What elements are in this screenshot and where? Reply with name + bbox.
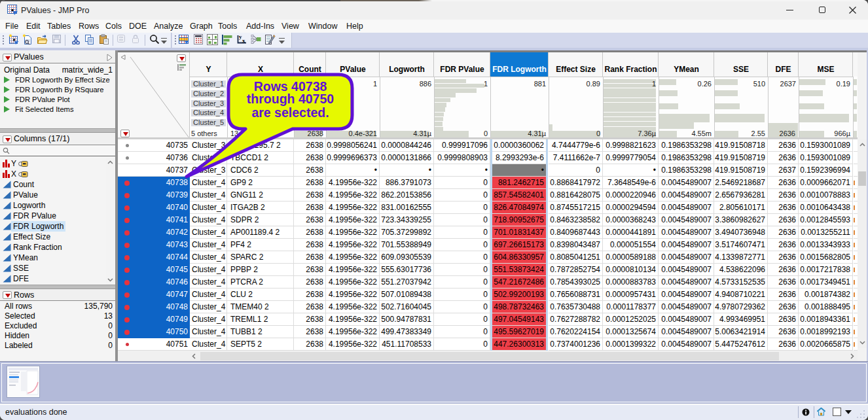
- svg-text:are selected.: are selected.: [251, 105, 329, 120]
- svg-text:through 40750: through 40750: [247, 92, 334, 106]
- svg-text:x: x: [242, 37, 245, 44]
